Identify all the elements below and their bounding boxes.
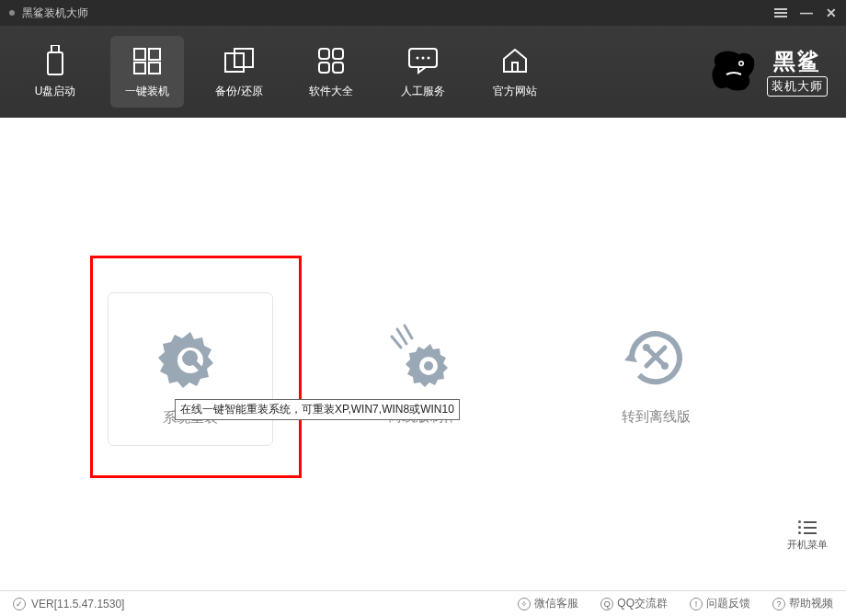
svg-line-24 [392, 337, 401, 348]
hamburger-icon [774, 8, 787, 17]
main-area: 系统重装 离线版制作 [0, 118, 846, 590]
card-offline-make[interactable]: 离线版制作 [340, 292, 506, 446]
toolbar-label: 官方网站 [493, 84, 537, 99]
brand-line1: 黑鲨 [773, 47, 821, 76]
status-link-feedback[interactable]: ! 问题反馈 [690, 596, 750, 611]
svg-rect-8 [319, 49, 329, 59]
status-link-label: 微信客服 [534, 596, 578, 611]
status-link-help[interactable]: ? 帮助视频 [772, 596, 833, 611]
svg-point-15 [428, 56, 430, 59]
shark-icon [708, 47, 760, 97]
brand-logo: 黑鲨 装机大师 [708, 47, 828, 97]
apps-icon [315, 45, 347, 76]
status-link-label: QQ交流群 [617, 596, 668, 611]
svg-line-22 [397, 329, 406, 344]
svg-rect-1 [48, 52, 63, 74]
version-check-icon: ✓ [13, 598, 26, 610]
home-icon [499, 45, 531, 76]
toolbar-label: 人工服务 [401, 84, 445, 99]
toolbar-label: 一键装机 [125, 84, 169, 99]
card-goto-offline[interactable]: 转到离线版 [573, 292, 738, 446]
app-title: 黑鲨装机大师 [22, 6, 774, 21]
svg-line-23 [405, 325, 412, 338]
offline-gear-icon [382, 320, 464, 394]
chat-icon [407, 45, 439, 76]
svg-rect-11 [333, 63, 343, 73]
card-system-reinstall[interactable]: 系统重装 [108, 292, 273, 446]
toolbar-item-backup[interactable]: 备份/还原 [202, 36, 276, 108]
toolbar-item-website[interactable]: 官方网站 [478, 36, 552, 108]
svg-rect-4 [134, 63, 145, 74]
svg-rect-3 [149, 49, 160, 60]
status-link-qq[interactable]: Q QQ交流群 [600, 596, 668, 611]
toolbar-item-one-click[interactable]: 一键装机 [110, 36, 184, 108]
svg-point-27 [643, 344, 650, 351]
list-icon [798, 520, 817, 534]
svg-point-18 [740, 63, 743, 65]
toolbar-label: 软件大全 [309, 84, 353, 99]
version-label: VER[11.5.47.1530] [31, 598, 124, 610]
toolbar-item-software[interactable]: 软件大全 [294, 36, 368, 108]
windows-icon [131, 45, 163, 76]
usb-icon [40, 45, 71, 76]
close-button[interactable]: ✕ [826, 6, 837, 20]
minimize-button[interactable]: — [800, 6, 813, 20]
app-icon [9, 10, 15, 16]
toolbar-item-usb-boot[interactable]: U盘启动 [18, 36, 92, 108]
tooltip: 在线一键智能重装系统，可重装XP,WIN7,WIN8或WIN10 [175, 399, 460, 420]
toolbar-label: U盘启动 [35, 84, 76, 99]
svg-point-21 [424, 361, 433, 371]
svg-rect-10 [319, 63, 329, 73]
svg-rect-2 [134, 49, 145, 60]
svg-rect-16 [512, 63, 518, 72]
titlebar: 黑鲨装机大师 — ✕ [0, 0, 846, 26]
menu-button[interactable] [774, 8, 787, 17]
brand-line2: 装机大师 [767, 76, 828, 97]
wechat-icon: ✧ [518, 598, 531, 610]
card-label: 转到离线版 [622, 408, 691, 426]
help-video-icon: ? [772, 598, 785, 610]
svg-point-28 [661, 362, 669, 370]
refresh-tools-icon [614, 320, 697, 394]
svg-rect-0 [51, 45, 59, 52]
statusbar: ✓ VER[11.5.47.1530] ✧ 微信客服 Q QQ交流群 ! 问题反… [0, 590, 846, 616]
feedback-icon: ! [690, 598, 703, 610]
toolbar: U盘启动 一键装机 备份/还原 软件大全 人工服务 官方网站 [0, 26, 846, 118]
svg-point-13 [417, 56, 419, 59]
boot-menu-label: 开机菜单 [787, 538, 828, 552]
backup-icon [223, 45, 255, 76]
svg-rect-9 [333, 49, 343, 59]
gear-wrench-icon [149, 321, 232, 394]
svg-rect-5 [149, 63, 160, 74]
status-link-label: 问题反馈 [706, 596, 750, 611]
boot-menu-button[interactable]: 开机菜单 [787, 520, 828, 552]
qq-icon: Q [600, 598, 613, 610]
toolbar-item-service[interactable]: 人工服务 [386, 36, 460, 108]
status-link-wechat[interactable]: ✧ 微信客服 [518, 596, 578, 611]
svg-point-14 [422, 56, 425, 59]
status-link-label: 帮助视频 [789, 596, 833, 611]
toolbar-label: 备份/还原 [215, 84, 262, 99]
